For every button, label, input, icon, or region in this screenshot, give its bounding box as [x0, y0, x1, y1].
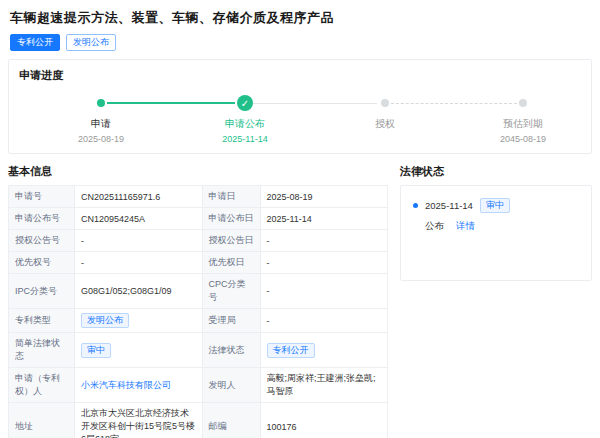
table-row: 专利类型 发明公布 受理局 -: [9, 309, 388, 333]
invention-publication-badge: 发明公布: [66, 34, 116, 51]
field-value: CN120954245A: [75, 208, 203, 230]
field-label: 受理局: [202, 309, 260, 333]
table-row: 简单法律状态 审中 法律状态 专利公开: [9, 333, 388, 368]
field-value: 2025-11-14: [260, 208, 388, 230]
field-label: 申请（专利权）人: [9, 368, 75, 403]
legal-status-date: 2025-11-14: [425, 200, 473, 211]
table-row: 申请号 CN202511165971.6 申请日 2025-08-19: [9, 186, 388, 208]
page-header: 车辆超速提示方法、装置、车辆、存储介质及程序产品 专利公开 发明公布: [0, 0, 600, 55]
step-label: 授权: [330, 117, 440, 131]
field-value: 100176: [260, 403, 388, 438]
field-value: -: [75, 230, 203, 252]
table-row: 申请（专利权）人 小米汽车科技有限公司 发明人 高毅;周家祥;王建洲;张垒凯;马…: [9, 368, 388, 403]
field-label: 授权公告号: [9, 230, 75, 252]
field-label: 简单法律状态: [9, 333, 75, 368]
legal-status-event: 公布: [425, 220, 444, 233]
patent-detail-page: 车辆超速提示方法、装置、车辆、存储介质及程序产品 专利公开 发明公布 申请进度 …: [0, 0, 600, 438]
field-value: -: [75, 252, 203, 274]
legal-status-panel: 2025-11-14 审中 公布 详情: [400, 185, 592, 281]
patent-type-badge: 发明公布: [81, 313, 129, 328]
field-value: -: [260, 309, 388, 333]
applicant-link[interactable]: 小米汽车科技有限公司: [81, 380, 171, 390]
field-label: 专利类型: [9, 309, 75, 333]
timeline-step-publication: ✓ 申请公布 2025-11-14: [190, 91, 300, 144]
field-value: 北京市大兴区北京经济技术开发区科创十街15号院5号楼6层618室: [75, 403, 203, 438]
legal-status-badge: 专利公开: [267, 343, 315, 358]
legal-status-detail-link[interactable]: 详情: [456, 220, 475, 233]
field-label: IPC分类号: [9, 274, 75, 309]
progress-section-title: 申请进度: [19, 68, 581, 83]
field-value: CN202511165971.6: [75, 186, 203, 208]
table-row: 优先权号 - 优先权日 -: [9, 252, 388, 274]
table-row: IPC分类号 G08G1/052;G08G1/09 CPC分类号 -: [9, 274, 388, 309]
table-row: 地址 北京市大兴区北京经济技术开发区科创十街15号院5号楼6层618室 邮编 1…: [9, 403, 388, 438]
field-value: -: [260, 252, 388, 274]
check-icon: ✓: [237, 95, 253, 111]
main-content: 基本信息 申请号 CN202511165971.6 申请日 2025-08-19…: [0, 164, 600, 438]
step-label: 申请公布: [190, 117, 300, 131]
bullet-icon: [413, 203, 418, 208]
application-timeline: 申请 2025-08-19 ✓ 申请公布 2025-11-14 授权 预估到期 …: [19, 91, 581, 147]
timeline-step-apply: 申请 2025-08-19: [46, 91, 156, 144]
field-label: CPC分类号: [202, 274, 260, 309]
basic-info-section: 基本信息 申请号 CN202511165971.6 申请日 2025-08-19…: [8, 164, 388, 438]
field-label: 申请号: [9, 186, 75, 208]
step-label: 预估到期: [468, 117, 578, 131]
timeline-step-grant: 授权: [330, 91, 440, 134]
step-dot-icon: [381, 99, 389, 107]
simple-legal-status-badge: 审中: [81, 343, 111, 358]
basic-info-title: 基本信息: [8, 164, 388, 179]
field-label: 优先权日: [202, 252, 260, 274]
legal-status-item-badge: 审中: [480, 198, 510, 213]
field-value: 2025-08-19: [260, 186, 388, 208]
field-label: 地址: [9, 403, 75, 438]
legal-status-event-row: 公布 详情: [425, 220, 579, 233]
field-label: 申请日: [202, 186, 260, 208]
field-label: 申请公布日: [202, 208, 260, 230]
field-value: G08G1/052;G08G1/09: [75, 274, 203, 309]
application-progress-card: 申请进度 申请 2025-08-19 ✓ 申请公布 2025-11-14 授权: [8, 59, 592, 154]
page-title: 车辆超速提示方法、装置、车辆、存储介质及程序产品: [10, 9, 590, 27]
step-date: 2025-08-19: [46, 134, 156, 144]
field-label: 优先权号: [9, 252, 75, 274]
field-label: 发明人: [202, 368, 260, 403]
step-dot-icon: [519, 99, 527, 107]
step-dot-icon: [97, 99, 105, 107]
field-value: -: [260, 230, 388, 252]
field-value: -: [260, 274, 388, 309]
legal-status-section: 法律状态 2025-11-14 审中 公布 详情: [400, 164, 592, 281]
field-value: 高毅;周家祥;王建洲;张垒凯;马智原: [260, 368, 388, 403]
timeline-step-expiry: 预估到期 2045-08-19: [468, 91, 578, 144]
step-date: 2025-11-14: [190, 134, 300, 144]
legal-status-item: 2025-11-14 审中: [413, 198, 579, 213]
field-label: 法律状态: [202, 333, 260, 368]
field-label: 授权公告日: [202, 230, 260, 252]
table-row: 申请公布号 CN120954245A 申请公布日 2025-11-14: [9, 208, 388, 230]
title-badges: 专利公开 发明公布: [10, 34, 590, 51]
patent-open-badge: 专利公开: [10, 34, 60, 51]
table-row: 授权公告号 - 授权公告日 -: [9, 230, 388, 252]
step-label: 申请: [46, 117, 156, 131]
step-date: 2045-08-19: [468, 134, 578, 144]
field-label: 邮编: [202, 403, 260, 438]
field-label: 申请公布号: [9, 208, 75, 230]
legal-status-title: 法律状态: [400, 164, 592, 179]
basic-info-table: 申请号 CN202511165971.6 申请日 2025-08-19 申请公布…: [8, 185, 388, 438]
